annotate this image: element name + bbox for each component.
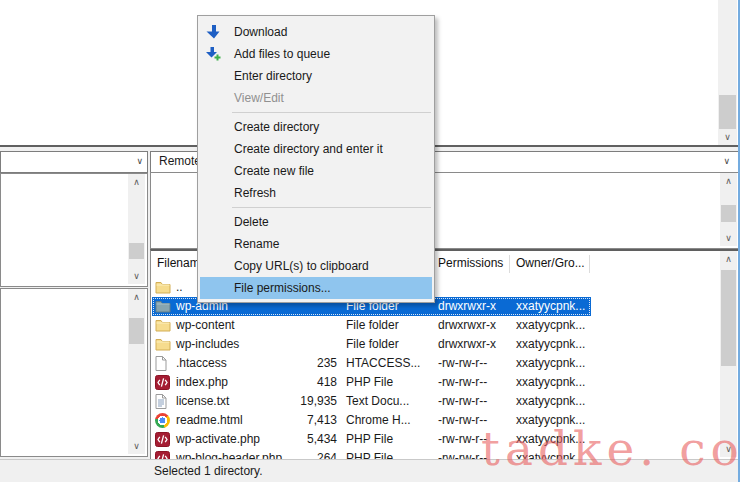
scroll-down-icon[interactable]: ∨ — [720, 230, 737, 246]
menu-item-enter-directory[interactable]: Enter directory — [198, 65, 434, 87]
menu-item-label: Create directory — [234, 120, 319, 134]
scrollbar-thumb[interactable] — [721, 205, 736, 222]
scroll-down-icon[interactable]: ∨ — [720, 441, 737, 457]
menu-item-create-directory-and-enter[interactable]: Create directory and enter it — [198, 138, 434, 160]
file-row[interactable]: .htaccess 235 HTACCESS... -rw-rw-r-- xxa… — [151, 354, 740, 373]
menu-item-label: Create new file — [234, 164, 314, 178]
menu-item-label: Download — [234, 25, 287, 39]
menu-item-label: View/Edit — [234, 91, 284, 105]
scrollbar-thumb[interactable] — [129, 243, 144, 259]
local-list-scrollbar[interactable]: ∧ ∨ — [128, 289, 145, 454]
chevron-down-icon[interactable]: ∨ — [723, 152, 730, 172]
column-header-owner[interactable]: Owner/Gro... — [516, 256, 585, 270]
column-header-permissions[interactable]: Permissions — [438, 256, 503, 270]
menu-item-label: Copy URL(s) to clipboard — [234, 259, 369, 273]
remote-tree-scrollbar[interactable]: ∧ ∨ — [720, 173, 737, 246]
file-row[interactable]: wp-includes File folder drwxrwxr-x xxaty… — [151, 335, 740, 354]
php-file-icon — [155, 375, 171, 390]
menu-item-label: Create directory and enter it — [234, 142, 383, 156]
local-tree-scrollbar[interactable]: ∧ ∨ — [128, 174, 145, 284]
menu-item-create-new-file[interactable]: Create new file — [198, 160, 434, 182]
filezilla-window: ∨ ∨ ∧ ∨ ∧ ∨ Remote ∨ ∧ ∨ Filename Permis… — [0, 0, 740, 482]
scroll-down-icon[interactable]: ∨ — [718, 129, 737, 145]
menu-item-add-files-to-queue[interactable]: Add files to queue — [198, 43, 434, 65]
file-row[interactable]: wp-content File folder drwxrwxr-x xxatyy… — [151, 316, 740, 335]
add-files-to-queue-icon — [205, 46, 221, 62]
remote-site-label: Remote — [159, 152, 201, 171]
menu-separator — [198, 109, 434, 116]
php-file-icon — [155, 432, 171, 447]
chrome-html-icon — [155, 413, 171, 428]
column-separator[interactable] — [589, 255, 590, 273]
chevron-down-icon[interactable]: ∨ — [136, 152, 143, 172]
scroll-down-icon[interactable]: ∨ — [128, 438, 145, 454]
menu-item-create-directory[interactable]: Create directory — [198, 116, 434, 138]
menu-item-rename[interactable]: Rename — [198, 233, 434, 255]
scroll-up-icon[interactable]: ∧ — [128, 289, 145, 305]
column-separator[interactable] — [509, 255, 510, 273]
menu-item-label: Delete — [234, 215, 269, 229]
menu-separator — [198, 204, 434, 211]
menu-item-file-permissions[interactable]: File permissions... — [200, 277, 432, 299]
scrollbar-thumb[interactable] — [129, 318, 144, 344]
menu-item-label: Rename — [234, 237, 279, 251]
folder-icon — [155, 337, 171, 352]
status-text: Selected 1 directory. — [154, 460, 263, 482]
file-row[interactable]: wp-activate.php 5,434 PHP File -rw-rw-r-… — [151, 430, 740, 449]
download-arrow-icon — [205, 24, 221, 40]
scroll-up-icon[interactable]: ∧ — [720, 251, 737, 267]
file-row[interactable]: license.txt 19,935 Text Docu... -rw-rw-r… — [151, 392, 740, 411]
folder-icon — [155, 280, 171, 295]
scroll-up-icon[interactable]: ∧ — [720, 173, 737, 189]
menu-item-label: Refresh — [234, 186, 276, 200]
status-bar: Selected 1 directory. — [0, 459, 740, 482]
top-pane-scrollbar[interactable]: ∨ — [718, 0, 737, 145]
folder-selected-icon — [155, 299, 171, 314]
scroll-down-icon[interactable]: ∨ — [128, 268, 145, 284]
local-site-combobox[interactable]: ∨ — [0, 151, 148, 173]
menu-item-label: Enter directory — [234, 69, 312, 83]
menu-item-label: Add files to queue — [234, 47, 330, 61]
scroll-up-icon[interactable]: ∧ — [128, 174, 145, 190]
context-menu: Download Add files to queue Enter direct… — [197, 15, 435, 303]
menu-item-delete[interactable]: Delete — [198, 211, 434, 233]
menu-item-refresh[interactable]: Refresh — [198, 182, 434, 204]
local-tree-pane[interactable] — [0, 173, 148, 287]
menu-item-view-edit: View/Edit — [198, 87, 434, 109]
file-row[interactable]: readme.html 7,413 Chrome H... -rw-rw-r--… — [151, 411, 740, 430]
scrollbar-thumb[interactable] — [719, 95, 736, 129]
local-file-list-pane[interactable] — [0, 288, 148, 457]
file-list-scrollbar[interactable]: ∧ ∨ — [720, 251, 737, 457]
folder-icon — [155, 318, 171, 333]
text-file-icon — [155, 394, 171, 409]
file-row[interactable]: index.php 418 PHP File -rw-rw-r-- xxatyy… — [151, 373, 740, 392]
menu-item-label: File permissions... — [234, 281, 331, 295]
file-icon — [155, 356, 171, 371]
scrollbar-thumb[interactable] — [721, 270, 736, 366]
menu-item-copy-url[interactable]: Copy URL(s) to clipboard — [198, 255, 434, 277]
menu-item-download[interactable]: Download — [198, 21, 434, 43]
